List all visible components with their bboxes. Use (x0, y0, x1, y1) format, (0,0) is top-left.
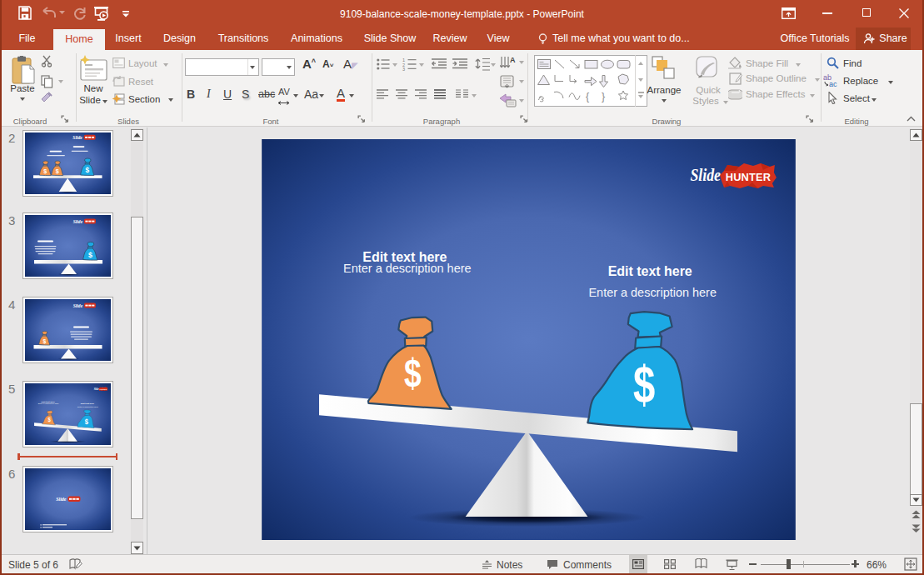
svg-text:A: A (510, 56, 516, 64)
svg-text:}: } (602, 91, 605, 102)
svg-text:{: { (586, 91, 589, 102)
svg-text:3: 3 (402, 67, 405, 71)
svg-text:ac: ac (829, 80, 837, 87)
